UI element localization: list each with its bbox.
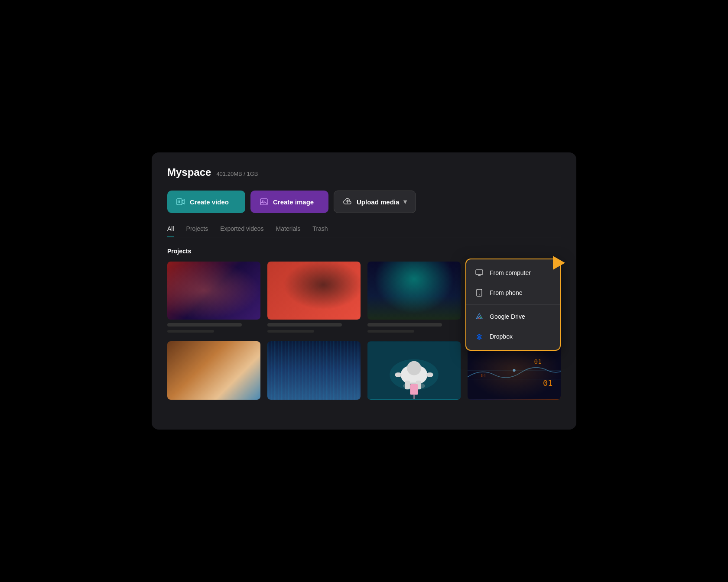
svg-text:01: 01 xyxy=(534,358,542,365)
svg-rect-10 xyxy=(405,381,410,389)
thumbnail xyxy=(367,262,461,320)
dropdown-item-google-drive[interactable]: Google Drive xyxy=(466,307,560,327)
meta-subtitle xyxy=(367,330,414,333)
header: Myspace 401.20MB / 1GB xyxy=(167,166,561,178)
dropdown-item-from-phone[interactable]: From phone xyxy=(466,283,560,303)
google-drive-icon xyxy=(475,312,484,321)
thumbnail xyxy=(167,341,260,399)
svg-point-27 xyxy=(479,294,480,295)
list-item[interactable] xyxy=(367,262,461,333)
list-item[interactable] xyxy=(167,262,260,333)
dropdown-divider xyxy=(466,304,560,305)
tab-exported[interactable]: Exported videos xyxy=(220,225,263,237)
google-drive-label: Google Drive xyxy=(490,313,525,320)
list-item[interactable] xyxy=(267,341,361,399)
meta-title xyxy=(367,323,442,327)
dropbox-icon xyxy=(475,332,484,341)
projects-section-title: Projects xyxy=(167,248,561,255)
tab-projects[interactable]: Projects xyxy=(186,225,208,237)
svg-rect-13 xyxy=(426,373,433,377)
upload-media-button[interactable]: Upload media ▾ xyxy=(334,191,416,213)
list-item[interactable] xyxy=(367,341,461,399)
from-computer-label: From computer xyxy=(490,269,531,276)
from-phone-label: From phone xyxy=(490,289,522,296)
upload-chevron-icon: ▾ xyxy=(403,198,407,206)
svg-point-22 xyxy=(513,369,515,372)
svg-rect-14 xyxy=(410,384,418,395)
meta-title xyxy=(267,323,342,327)
create-image-button[interactable]: Create image xyxy=(250,191,328,213)
meta-subtitle xyxy=(267,330,314,333)
list-item[interactable] xyxy=(167,341,260,399)
list-item[interactable] xyxy=(267,262,361,333)
app-container: Myspace 401.20MB / 1GB Create video xyxy=(152,152,576,430)
tabs-bar: All Projects Exported videos Materials T… xyxy=(167,225,561,237)
app-title: Myspace xyxy=(167,166,211,178)
storage-info: 401.20MB / 1GB xyxy=(216,171,258,177)
meta-title xyxy=(167,323,242,327)
tab-trash[interactable]: Trash xyxy=(312,225,328,237)
create-video-label: Create video xyxy=(190,198,229,206)
thumbnail xyxy=(267,262,361,320)
svg-point-8 xyxy=(407,361,421,375)
thumbnail xyxy=(167,262,260,320)
create-video-button[interactable]: Create video xyxy=(167,191,245,213)
dropdown-item-dropbox[interactable]: Dropbox xyxy=(466,327,560,346)
tab-all[interactable]: All xyxy=(167,225,174,237)
phone-icon xyxy=(475,288,484,297)
upload-dropdown: From computer From phone Googl xyxy=(465,259,561,351)
computer-icon xyxy=(475,268,484,277)
create-image-label: Create image xyxy=(273,198,314,206)
thumbnail xyxy=(267,341,361,399)
svg-rect-3 xyxy=(260,199,267,205)
dropbox-label: Dropbox xyxy=(490,333,513,340)
action-bar: Create video Create image Upload media ▾ xyxy=(167,191,561,213)
dropdown-item-from-computer[interactable]: From computer xyxy=(466,263,560,283)
create-image-icon xyxy=(259,197,269,207)
tab-materials[interactable]: Materials xyxy=(276,225,301,237)
thumbnail xyxy=(367,341,461,399)
svg-rect-12 xyxy=(395,373,401,377)
upload-media-label: Upload media xyxy=(357,198,399,206)
svg-rect-23 xyxy=(476,270,483,275)
upload-media-icon xyxy=(343,197,352,207)
meta-subtitle xyxy=(167,330,214,333)
svg-text:01: 01 xyxy=(481,373,486,378)
svg-text:01: 01 xyxy=(543,378,552,388)
dropdown-arrow-icon xyxy=(553,256,565,270)
create-video-icon xyxy=(176,197,185,207)
